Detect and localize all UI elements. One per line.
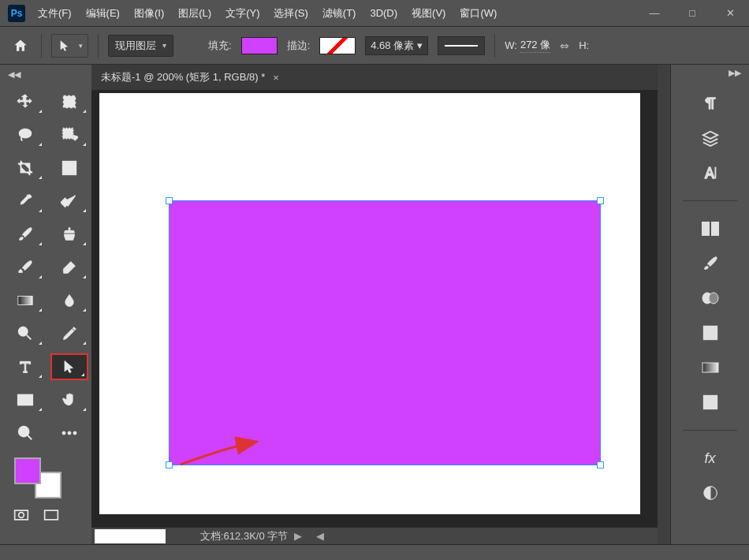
svg-rect-5	[18, 297, 32, 305]
status-chevron-right-icon[interactable]: ▶	[294, 530, 302, 542]
fill-label: 填充:	[208, 39, 232, 53]
styles-panel-icon[interactable]: fx	[695, 446, 726, 470]
separator	[41, 34, 42, 58]
selection-handle-top-left[interactable]	[166, 197, 173, 204]
menu-window[interactable]: 窗口(W)	[453, 2, 503, 25]
gradient-tool[interactable]	[6, 287, 44, 314]
type-tool[interactable]	[6, 353, 44, 380]
svg-rect-23	[710, 402, 717, 409]
select-mode-dropdown[interactable]: 现用图层 ▾	[108, 35, 173, 57]
right-panel-dock: ▶▶ fx	[670, 65, 749, 544]
quick-select-tool[interactable]	[50, 121, 88, 148]
gradient-panel-icon[interactable]	[695, 356, 726, 379]
brush-tool[interactable]	[6, 221, 44, 248]
crop-tool[interactable]	[6, 155, 44, 181]
fill-swatch[interactable]	[241, 37, 278, 54]
window-controls: — □ ✕	[635, 0, 749, 26]
svg-rect-20	[702, 363, 718, 372]
pen-tool[interactable]	[50, 320, 88, 347]
stroke-swatch[interactable]	[319, 37, 356, 54]
rectangle-shape[interactable]	[169, 200, 601, 465]
menu-bar: Ps 文件(F) 编辑(E) 图像(I) 图层(L) 文字(Y) 选择(S) 滤…	[0, 0, 749, 27]
canvas-viewport[interactable]	[91, 90, 658, 527]
svg-point-8	[19, 427, 29, 437]
svg-point-10	[68, 431, 71, 435]
menu-3d[interactable]: 3D(D)	[363, 2, 404, 24]
canvas[interactable]	[99, 93, 640, 514]
screenmode-toggle[interactable]	[41, 505, 61, 525]
close-tab-icon[interactable]: ×	[273, 72, 279, 84]
move-tool[interactable]	[6, 88, 44, 115]
close-button[interactable]: ✕	[711, 0, 749, 26]
frame-tool[interactable]	[50, 155, 88, 181]
lasso-tool[interactable]	[6, 121, 44, 148]
hscroll-left-icon[interactable]: ◀	[316, 530, 324, 542]
document-status-bar: 文档:612.3K/0 字节 ▶ ◀	[91, 527, 658, 544]
menu-filter[interactable]: 滤镜(T)	[316, 2, 363, 25]
separator	[98, 34, 99, 58]
menu-edit[interactable]: 编辑(E)	[80, 2, 126, 25]
ruler-panel-icon[interactable]	[695, 217, 726, 241]
height-label: H:	[579, 39, 589, 51]
home-button[interactable]	[9, 35, 32, 57]
menu-layer[interactable]: 图层(L)	[172, 2, 218, 25]
minimize-button[interactable]: —	[635, 0, 673, 26]
collapse-left-toggle[interactable]: ◀◀	[5, 68, 24, 81]
tool-indicator[interactable]: ▾	[51, 34, 88, 58]
menu-type[interactable]: 文字(Y)	[219, 2, 266, 25]
grid-panel-icon[interactable]	[695, 321, 726, 345]
eraser-tool[interactable]	[50, 254, 88, 281]
quickmask-toggle[interactable]	[11, 505, 32, 525]
divider	[683, 200, 737, 201]
edit-toolbar[interactable]	[50, 420, 88, 446]
width-label: W:	[505, 39, 517, 51]
maximize-button[interactable]: □	[673, 0, 711, 26]
chevron-down-icon: ▾	[162, 41, 166, 50]
separator	[494, 34, 495, 58]
selection-handle-top-right[interactable]	[597, 197, 604, 204]
path-selection-tool[interactable]	[50, 353, 88, 380]
zoom-tool[interactable]	[6, 420, 44, 446]
menu-file[interactable]: 文件(F)	[32, 2, 78, 25]
hand-tool[interactable]	[50, 386, 88, 413]
vertical-scrollbar[interactable]	[658, 65, 670, 544]
document-tabs: 未标题-1 @ 200% (矩形 1, RGB/8) * ×	[91, 65, 658, 90]
foreground-color-swatch[interactable]	[14, 457, 41, 484]
width-value: 272 像	[520, 38, 550, 53]
menu-image[interactable]: 图像(I)	[128, 2, 170, 25]
paragraph-panel-icon[interactable]	[695, 91, 726, 115]
eyedropper-tool[interactable]	[6, 188, 44, 215]
spot-heal-tool[interactable]	[50, 188, 88, 215]
adjustments-panel-icon[interactable]	[695, 481, 726, 505]
rectangle-tool[interactable]	[6, 386, 44, 413]
options-bar: ▾ 现用图层 ▾ 填充: 描边: 4.68 像素 ▾ W: 272 像 ⇔ H:	[0, 27, 749, 65]
document-area: 未标题-1 @ 200% (矩形 1, RGB/8) * × 文档:612.3K…	[91, 65, 658, 544]
zoom-field[interactable]	[95, 529, 166, 543]
document-tab[interactable]: 未标题-1 @ 200% (矩形 1, RGB/8) *	[101, 70, 265, 84]
link-wh-icon[interactable]: ⇔	[560, 39, 569, 52]
color-swatches[interactable]	[14, 457, 61, 498]
stroke-width-field[interactable]: 4.68 像素 ▾	[365, 36, 428, 55]
svg-rect-0	[64, 96, 76, 108]
dodge-tool[interactable]	[6, 320, 44, 347]
select-mode-label: 现用图层	[115, 39, 156, 53]
app-status-bar	[0, 544, 749, 560]
history-brush-tool[interactable]	[6, 254, 44, 281]
character-panel-icon[interactable]	[695, 161, 726, 185]
svg-rect-7	[18, 395, 32, 405]
brush-panel-icon[interactable]	[695, 252, 726, 275]
layers-panel-icon[interactable]	[695, 126, 726, 150]
selection-handle-bottom-right[interactable]	[597, 461, 604, 469]
collapse-right-toggle[interactable]: ▶▶	[729, 68, 749, 80]
menu-view[interactable]: 视图(V)	[405, 2, 452, 25]
swatches-panel-icon[interactable]	[695, 286, 726, 310]
pattern-panel-icon[interactable]	[695, 390, 726, 414]
stroke-style-dropdown[interactable]	[438, 36, 485, 55]
width-field[interactable]: W: 272 像	[505, 38, 550, 53]
selection-handle-bottom-left[interactable]	[166, 461, 173, 469]
blur-tool[interactable]	[50, 287, 88, 314]
doc-status-text: 文档:612.3K/0 字节	[200, 529, 288, 543]
menu-select[interactable]: 选择(S)	[267, 2, 314, 25]
clone-stamp-tool[interactable]	[50, 221, 88, 248]
artboard-tool[interactable]	[50, 88, 88, 115]
